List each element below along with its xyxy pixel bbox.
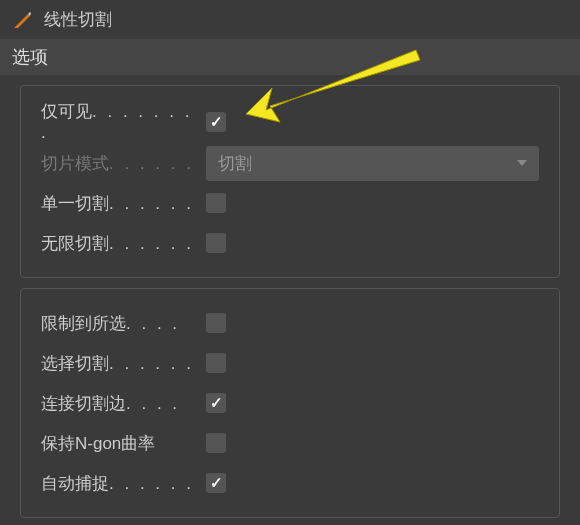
tool-title: 线性切割 [44, 8, 112, 31]
option-label: 无限切割. . . . . . [41, 232, 206, 255]
restrict-selection-checkbox[interactable] [206, 313, 226, 333]
option-visible-only: 仅可见. . . . . . . . [41, 100, 539, 143]
option-label: 选择切割. . . . . . [41, 352, 206, 375]
option-label: 限制到所选. . . . [41, 312, 206, 335]
option-infinite-cut: 无限切割. . . . . . [41, 223, 539, 263]
option-label: 切片模式. . . . . . [41, 152, 206, 175]
connect-cut-edges-checkbox[interactable] [206, 393, 226, 413]
option-single-cut: 单一切割. . . . . . [41, 183, 539, 223]
option-auto-snap: 自动捕捉. . . . . . [41, 463, 539, 503]
single-cut-checkbox[interactable] [206, 193, 226, 213]
options-panel-2: 限制到所选. . . . 选择切割. . . . . . 连接切割边. . . … [20, 288, 560, 518]
options-section-header: 选项 [0, 39, 580, 75]
option-label: 自动捕捉. . . . . . [41, 472, 206, 495]
svg-marker-0 [14, 14, 30, 28]
select-cut-checkbox[interactable] [206, 353, 226, 373]
tool-header: 线性切割 [0, 0, 580, 39]
preserve-ngon-checkbox[interactable] [206, 433, 226, 453]
infinite-cut-checkbox[interactable] [206, 233, 226, 253]
option-label: 单一切割. . . . . . [41, 192, 206, 215]
slice-mode-dropdown[interactable]: 切割 [206, 146, 539, 181]
chevron-down-icon [517, 160, 527, 166]
option-connect-cut-edges: 连接切割边. . . . [41, 383, 539, 423]
option-preserve-ngon: 保持N-gon曲率 [41, 423, 539, 463]
auto-snap-checkbox[interactable] [206, 473, 226, 493]
option-label: 连接切割边. . . . [41, 392, 206, 415]
knife-icon [12, 10, 32, 30]
option-label: 仅可见. . . . . . . . [41, 100, 206, 143]
visible-only-checkbox[interactable] [206, 112, 226, 132]
option-label: 保持N-gon曲率 [41, 432, 206, 455]
option-select-cut: 选择切割. . . . . . [41, 343, 539, 383]
option-slice-mode: 切片模式. . . . . . 切割 [41, 143, 539, 183]
option-restrict-selection: 限制到所选. . . . [41, 303, 539, 343]
options-panel-1: 仅可见. . . . . . . . 切片模式. . . . . . 切割 单一… [20, 85, 560, 278]
